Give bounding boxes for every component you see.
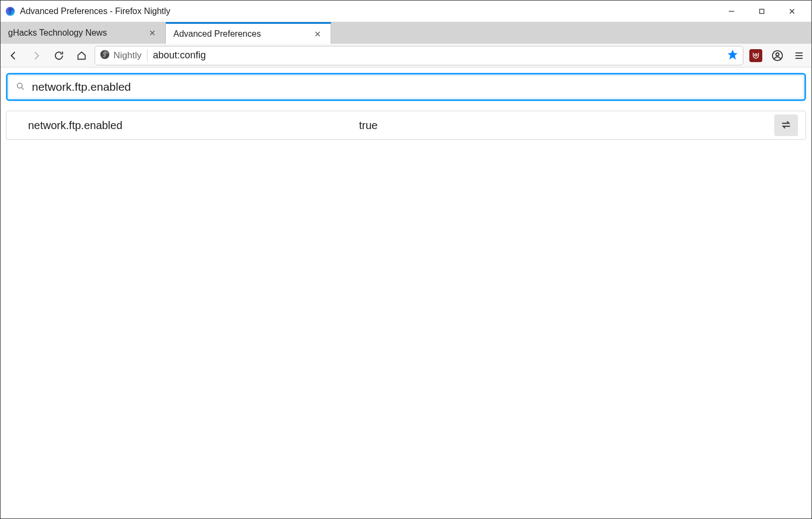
svg-rect-2 bbox=[760, 9, 764, 14]
pref-search-container bbox=[6, 73, 806, 101]
tab-title: gHacks Technology News bbox=[8, 28, 143, 38]
search-icon bbox=[16, 82, 25, 93]
svg-point-16 bbox=[17, 83, 22, 88]
bookmark-star-icon[interactable] bbox=[727, 49, 739, 62]
window-close-button[interactable] bbox=[777, 1, 807, 22]
svg-point-10 bbox=[755, 53, 757, 56]
navigation-toolbar: Nightly about:config bbox=[1, 44, 811, 68]
window-title: Advanced Preferences - Firefox Nightly bbox=[20, 6, 716, 16]
firefox-nightly-icon bbox=[5, 6, 16, 17]
pref-name: network.ftp.enabled bbox=[14, 119, 359, 132]
window-minimize-button[interactable] bbox=[716, 1, 747, 22]
close-icon[interactable] bbox=[147, 28, 158, 38]
tab-advanced-preferences[interactable]: Advanced Preferences bbox=[166, 22, 331, 44]
pref-search-input[interactable] bbox=[32, 80, 796, 93]
identity-label: Nightly bbox=[113, 50, 142, 61]
tab-title: Advanced Preferences bbox=[173, 29, 308, 39]
close-icon[interactable] bbox=[312, 29, 323, 39]
url-bar[interactable]: Nightly about:config bbox=[95, 46, 743, 65]
identity-box[interactable]: Nightly bbox=[99, 49, 147, 62]
app-menu-button[interactable] bbox=[790, 46, 808, 65]
back-button[interactable] bbox=[4, 46, 23, 65]
pref-row: network.ftp.enabled true bbox=[6, 111, 806, 139]
window-titlebar: Advanced Preferences - Firefox Nightly bbox=[1, 1, 811, 22]
home-button[interactable] bbox=[72, 46, 91, 65]
window-controls bbox=[716, 1, 807, 22]
content-area: network.ftp.enabled true bbox=[1, 68, 811, 518]
pref-value: true bbox=[359, 119, 774, 132]
tab-bar: gHacks Technology News Advanced Preferen… bbox=[1, 22, 811, 44]
forward-button[interactable] bbox=[26, 46, 46, 65]
reload-button[interactable] bbox=[49, 46, 69, 65]
toggle-arrows-icon bbox=[780, 119, 792, 132]
url-text: about:config bbox=[153, 50, 721, 61]
window-maximize-button[interactable] bbox=[747, 1, 777, 22]
account-button[interactable] bbox=[768, 46, 787, 65]
svg-point-12 bbox=[776, 52, 779, 56]
ublock-icon bbox=[749, 49, 762, 62]
pref-toggle-button[interactable] bbox=[774, 114, 798, 136]
tab-ghacks[interactable]: gHacks Technology News bbox=[1, 22, 166, 44]
ublock-origin-button[interactable] bbox=[747, 46, 765, 65]
pref-table: network.ftp.enabled true bbox=[6, 111, 806, 140]
firefox-nightly-icon bbox=[99, 49, 110, 62]
svg-line-17 bbox=[22, 87, 24, 90]
